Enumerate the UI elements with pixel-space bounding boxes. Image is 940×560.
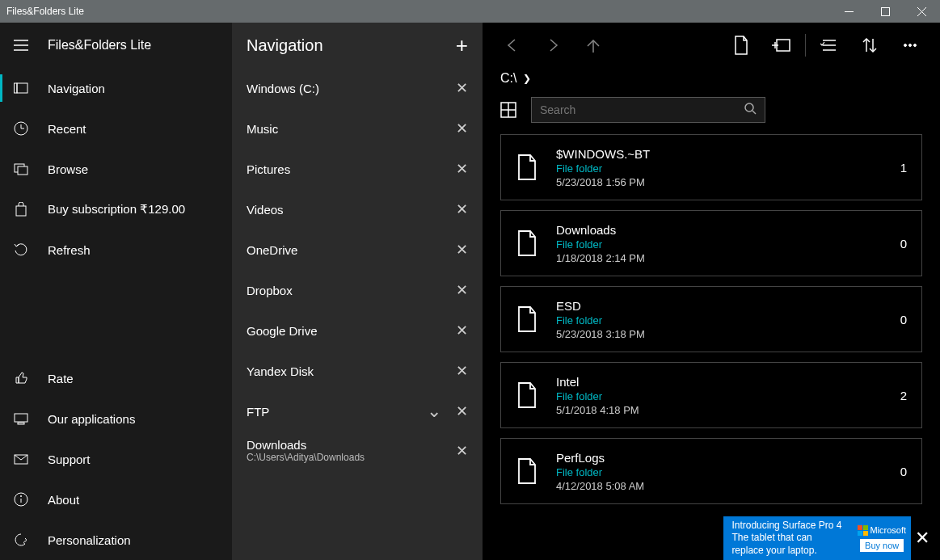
file-date: 1/18/2018 2:14 PM bbox=[556, 252, 900, 264]
remove-icon[interactable]: ✕ bbox=[456, 200, 468, 218]
file-item[interactable]: DownloadsFile folder1/18/2018 2:14 PM0 bbox=[500, 210, 922, 276]
sidebar-item-label: Support bbox=[48, 453, 91, 466]
svg-rect-8 bbox=[17, 83, 27, 93]
sidebar-item-browse[interactable]: Browse bbox=[0, 149, 232, 189]
hamburger-icon[interactable] bbox=[14, 40, 48, 51]
sidebar-item-refresh[interactable]: Refresh bbox=[0, 229, 232, 270]
svg-point-20 bbox=[20, 495, 22, 497]
minimize-button[interactable] bbox=[831, 0, 867, 23]
sidebar-item-our-apps[interactable]: Our applications bbox=[0, 398, 232, 439]
svg-rect-1 bbox=[882, 7, 890, 15]
file-icon bbox=[516, 457, 556, 485]
add-location-button[interactable]: + bbox=[456, 33, 468, 58]
mail-icon bbox=[14, 452, 48, 466]
file-date: 5/23/2018 3:18 PM bbox=[556, 328, 900, 340]
sidebar-item-personalization[interactable]: Personalization bbox=[0, 520, 232, 560]
svg-point-36 bbox=[745, 103, 753, 112]
forward-button[interactable] bbox=[533, 23, 573, 68]
file-item[interactable]: PerfLogsFile folder4/12/2018 5:08 AM0 bbox=[500, 438, 922, 504]
file-name: ESD bbox=[556, 299, 900, 313]
remove-icon[interactable]: ✕ bbox=[456, 442, 468, 460]
new-folder-button[interactable] bbox=[761, 23, 802, 68]
svg-point-31 bbox=[909, 44, 912, 47]
app-title: Files&Folders Lite bbox=[48, 38, 151, 53]
file-type: File folder bbox=[556, 314, 900, 326]
nav-item-downloads[interactable]: DownloadsC:\Users\Aditya\Downloads✕ bbox=[232, 432, 483, 469]
nav-item-yandex-disk[interactable]: Yandex Disk✕ bbox=[232, 351, 483, 391]
window-title: Files&Folders Lite bbox=[6, 6, 84, 17]
remove-icon[interactable]: ✕ bbox=[456, 160, 468, 178]
nav-item-dropbox[interactable]: Dropbox✕ bbox=[232, 270, 483, 310]
nav-item-label: Downloads bbox=[247, 438, 365, 452]
nav-item-google-drive[interactable]: Google Drive✕ bbox=[232, 310, 483, 351]
remove-icon[interactable]: ✕ bbox=[456, 241, 468, 259]
nav-item-videos[interactable]: Videos✕ bbox=[232, 189, 483, 229]
nav-item-label: Pictures bbox=[247, 162, 290, 176]
new-file-button[interactable] bbox=[721, 23, 761, 68]
nav-item-onedrive[interactable]: OneDrive✕ bbox=[232, 229, 483, 270]
nav-item-ftp[interactable]: FTP⌄✕ bbox=[232, 391, 483, 432]
search-input[interactable] bbox=[540, 103, 744, 116]
search-box[interactable] bbox=[531, 97, 765, 123]
sidebar-item-label: Rate bbox=[48, 372, 74, 385]
nav-item-label: FTP bbox=[247, 405, 269, 419]
sidebar-item-about[interactable]: About bbox=[0, 479, 232, 520]
toast-close-button[interactable]: ✕ bbox=[911, 516, 934, 560]
file-icon bbox=[516, 154, 556, 181]
close-button[interactable] bbox=[904, 0, 940, 23]
nav-item-label: Videos bbox=[247, 203, 284, 217]
browse-icon bbox=[14, 162, 48, 176]
chevron-down-icon[interactable]: ⌄ bbox=[427, 401, 441, 422]
clock-icon bbox=[14, 121, 48, 136]
back-button[interactable] bbox=[492, 23, 533, 68]
remove-icon[interactable]: ✕ bbox=[456, 79, 468, 97]
svg-rect-7 bbox=[15, 83, 18, 93]
remove-icon[interactable]: ✕ bbox=[456, 322, 468, 339]
file-date: 5/23/2018 1:56 PM bbox=[556, 176, 900, 188]
sidebar-item-navigation[interactable]: Navigation bbox=[0, 68, 232, 108]
remove-icon[interactable]: ✕ bbox=[456, 281, 468, 299]
file-count: 2 bbox=[900, 389, 907, 402]
navigation-icon bbox=[14, 81, 48, 95]
sidebar-item-label: Browse bbox=[48, 162, 88, 176]
nav-item-windows-c-[interactable]: Windows (C:)✕ bbox=[232, 68, 483, 108]
nav-item-pictures[interactable]: Pictures✕ bbox=[232, 149, 483, 189]
nav-item-music[interactable]: Music✕ bbox=[232, 108, 483, 149]
microsoft-logo: Microsoft bbox=[858, 525, 906, 536]
nav-item-label: Music bbox=[247, 122, 278, 136]
remove-icon[interactable]: ✕ bbox=[456, 362, 468, 380]
file-icon bbox=[516, 381, 556, 409]
sidebar-item-label: Buy subscription ₹129.00 bbox=[48, 202, 185, 217]
view-mode-button[interactable] bbox=[500, 102, 516, 118]
more-button[interactable] bbox=[890, 23, 930, 68]
file-item[interactable]: $WINDOWS.~BTFile folder5/23/2018 1:56 PM… bbox=[500, 134, 922, 200]
nav-item-label: OneDrive bbox=[247, 243, 297, 257]
file-item[interactable]: IntelFile folder5/1/2018 4:18 PM2 bbox=[500, 362, 922, 428]
toolbar bbox=[483, 23, 940, 68]
nav-item-label: Dropbox bbox=[247, 284, 293, 297]
info-icon bbox=[14, 492, 48, 507]
sidebar-item-recent[interactable]: Recent bbox=[0, 108, 232, 149]
sidebar-item-support[interactable]: Support bbox=[0, 439, 232, 479]
sidebar-header: Files&Folders Lite bbox=[0, 23, 232, 68]
file-count: 0 bbox=[900, 313, 907, 326]
file-item[interactable]: ESDFile folder5/23/2018 3:18 PM0 bbox=[500, 286, 922, 352]
up-button[interactable] bbox=[573, 23, 613, 68]
remove-icon[interactable]: ✕ bbox=[456, 402, 468, 420]
sort-button[interactable] bbox=[849, 23, 890, 68]
svg-rect-16 bbox=[18, 423, 24, 424]
maximize-button[interactable] bbox=[867, 0, 904, 23]
sidebar-item-rate[interactable]: Rate bbox=[0, 358, 232, 398]
file-count: 0 bbox=[900, 237, 907, 251]
breadcrumb[interactable]: C:\ ❯ bbox=[483, 68, 940, 97]
svg-line-37 bbox=[752, 111, 756, 114]
navigation-title: Navigation bbox=[247, 36, 323, 55]
remove-icon[interactable]: ✕ bbox=[456, 120, 468, 137]
file-list[interactable]: $WINDOWS.~BTFile folder5/23/2018 1:56 PM… bbox=[483, 134, 940, 560]
file-icon bbox=[516, 229, 556, 257]
file-type: File folder bbox=[556, 390, 900, 402]
select-button[interactable] bbox=[809, 23, 849, 68]
buy-now-button[interactable]: Buy now bbox=[860, 539, 904, 552]
sidebar-item-buy[interactable]: Buy subscription ₹129.00 bbox=[0, 189, 232, 229]
nav-item-sublabel: C:\Users\Aditya\Downloads bbox=[247, 452, 365, 463]
